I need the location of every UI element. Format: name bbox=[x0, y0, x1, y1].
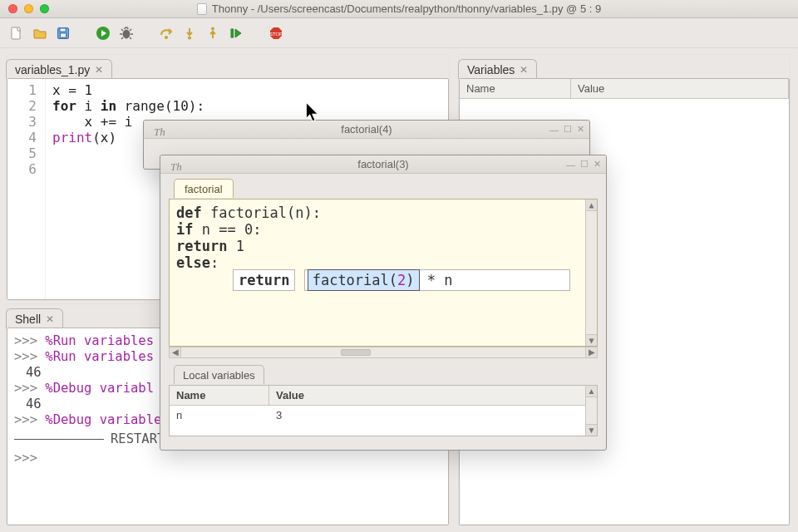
popup-maximize-icon[interactable]: ☐ bbox=[564, 124, 572, 135]
new-file-button[interactable] bbox=[7, 23, 27, 43]
popup-titlebar[interactable]: Th factorial(4) — ☐ ✕ bbox=[144, 121, 589, 139]
scroll-down-icon[interactable]: ▼ bbox=[586, 424, 597, 436]
step-out-button[interactable] bbox=[203, 23, 223, 43]
close-tab-icon[interactable]: ✕ bbox=[520, 64, 528, 76]
resume-icon bbox=[229, 26, 244, 41]
line-number: 4 bbox=[7, 130, 37, 145]
local-variables-table: Name Value n 3 ▲ ▼ bbox=[169, 385, 598, 436]
close-window-icon[interactable] bbox=[8, 4, 17, 13]
open-file-button[interactable] bbox=[30, 23, 50, 43]
popup-maximize-icon[interactable]: ☐ bbox=[580, 159, 589, 170]
shell-tab-label: Shell bbox=[15, 313, 41, 326]
local-variables-tab[interactable]: Local variables bbox=[174, 365, 264, 384]
editor-tab-label: variables_1.py bbox=[15, 63, 90, 76]
popup-title-text: factorial(3) bbox=[357, 158, 408, 170]
run-button[interactable] bbox=[93, 23, 113, 43]
scroll-down-icon[interactable]: ▼ bbox=[586, 334, 597, 346]
svg-rect-9 bbox=[231, 29, 234, 37]
popup-close-icon[interactable]: ✕ bbox=[577, 124, 584, 135]
save-file-button[interactable] bbox=[53, 23, 73, 43]
stepping-focus-box: factorial(2) bbox=[308, 270, 419, 290]
line-number: 2 bbox=[7, 98, 37, 114]
debug-button[interactable] bbox=[116, 23, 136, 43]
popup-close-icon[interactable]: ✕ bbox=[594, 159, 601, 170]
line-number: 5 bbox=[7, 145, 37, 161]
mac-titlebar: Thonny - /Users/screencast/Documents/rea… bbox=[0, 0, 798, 18]
stepping-return-box: return bbox=[233, 269, 295, 291]
resume-button[interactable] bbox=[226, 23, 246, 43]
code-line[interactable]: for i in range(10): bbox=[52, 98, 443, 114]
close-tab-icon[interactable]: ✕ bbox=[46, 313, 54, 325]
line-number: 1 bbox=[7, 82, 37, 98]
popup-minimize-icon[interactable]: — bbox=[566, 160, 575, 170]
scroll-up-icon[interactable]: ▲ bbox=[586, 386, 597, 397]
restart-label: RESTART bbox=[111, 431, 165, 447]
line-number-gutter: 123456 bbox=[7, 79, 46, 299]
variables-table-header: Name Value bbox=[460, 79, 789, 99]
svg-point-6 bbox=[165, 36, 167, 38]
step-into-button[interactable] bbox=[180, 23, 200, 43]
zoom-window-icon[interactable] bbox=[40, 4, 49, 13]
step-out-icon bbox=[205, 26, 220, 41]
shell-line[interactable]: >>> bbox=[14, 451, 441, 466]
frame-tab[interactable]: factorial bbox=[174, 179, 234, 198]
variables-tab-label: Variables bbox=[467, 63, 515, 76]
svg-point-5 bbox=[123, 30, 130, 38]
svg-rect-0 bbox=[12, 27, 20, 39]
scroll-left-icon[interactable]: ◀ bbox=[170, 347, 181, 357]
toolbar: STOP bbox=[0, 18, 798, 48]
line-number: 3 bbox=[7, 114, 37, 130]
popup-minimize-icon[interactable]: — bbox=[549, 125, 559, 135]
variables-col-name[interactable]: Name bbox=[460, 79, 571, 99]
frame-code-view[interactable]: ▲ ▼ def factorial(n): if n == 0: return … bbox=[169, 199, 598, 347]
scrollbar-vertical[interactable]: ▲ ▼ bbox=[585, 386, 597, 436]
locals-col-value[interactable]: Value bbox=[269, 386, 597, 406]
code-line[interactable]: x = 1 bbox=[52, 82, 443, 98]
save-icon bbox=[56, 26, 71, 41]
thonny-badge-icon: Th bbox=[154, 126, 165, 139]
document-icon bbox=[197, 3, 207, 15]
variables-col-value[interactable]: Value bbox=[571, 79, 789, 99]
scroll-up-icon[interactable]: ▲ bbox=[586, 200, 597, 211]
svg-point-7 bbox=[188, 36, 190, 38]
line-number: 6 bbox=[7, 161, 37, 177]
step-over-icon bbox=[159, 26, 174, 41]
variables-tab[interactable]: Variables ✕ bbox=[458, 59, 537, 79]
svg-text:STOP: STOP bbox=[269, 32, 283, 37]
window-controls bbox=[0, 4, 49, 13]
new-file-icon bbox=[9, 26, 24, 41]
step-into-icon bbox=[182, 26, 197, 41]
locals-col-name[interactable]: Name bbox=[170, 386, 269, 406]
locals-cell-name: n bbox=[170, 406, 269, 425]
locals-cell-value: 3 bbox=[269, 406, 597, 425]
window-title: Thonny - /Users/screencast/Documents/rea… bbox=[212, 2, 601, 15]
stop-button[interactable]: STOP bbox=[266, 23, 286, 43]
svg-rect-3 bbox=[61, 33, 66, 37]
stop-icon: STOP bbox=[268, 26, 283, 41]
close-tab-icon[interactable]: ✕ bbox=[95, 64, 103, 76]
minimize-window-icon[interactable] bbox=[24, 4, 33, 13]
locals-row: n 3 bbox=[170, 406, 597, 425]
scrollbar-thumb[interactable] bbox=[341, 349, 371, 356]
scrollbar-vertical[interactable]: ▲ ▼ bbox=[585, 200, 597, 346]
debug-frame-popup-front[interactable]: Th factorial(3) — ☐ ✕ factorial ▲ ▼ def … bbox=[160, 155, 607, 451]
popup-titlebar[interactable]: Th factorial(3) — ☐ ✕ bbox=[160, 155, 606, 174]
step-over-button[interactable] bbox=[156, 23, 176, 43]
stepping-expression-box: factorial(2) * n bbox=[304, 269, 570, 291]
popup-title-text: factorial(4) bbox=[341, 123, 392, 135]
play-icon bbox=[96, 26, 111, 41]
thonny-badge-icon: Th bbox=[170, 160, 182, 174]
open-folder-icon bbox=[32, 26, 47, 41]
bug-icon bbox=[119, 26, 134, 41]
scroll-right-icon[interactable]: ▶ bbox=[585, 347, 597, 357]
shell-tab[interactable]: Shell ✕ bbox=[6, 308, 63, 328]
editor-tab[interactable]: variables_1.py ✕ bbox=[6, 59, 112, 79]
svg-rect-2 bbox=[60, 28, 66, 32]
scrollbar-horizontal[interactable]: ◀ ▶ bbox=[169, 347, 598, 358]
svg-point-8 bbox=[211, 27, 214, 29]
